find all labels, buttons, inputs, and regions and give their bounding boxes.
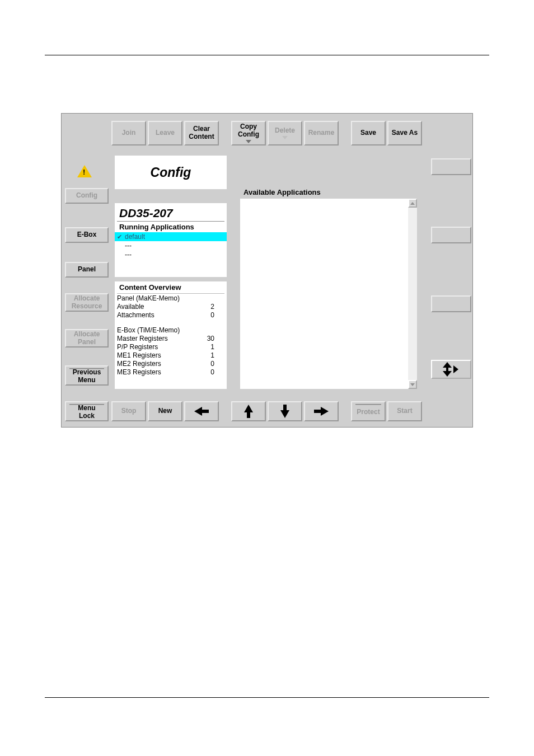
arrow-left-button[interactable] xyxy=(184,401,219,421)
arrow-right-button[interactable] xyxy=(304,401,339,421)
two-headed-arrow-icon xyxy=(444,362,450,377)
screenshot-panel: Join Leave ClearContent CopyConfig Delet… xyxy=(61,113,473,428)
check-icon: ✔ xyxy=(117,233,122,241)
protect-button[interactable]: Protect xyxy=(351,401,386,421)
accent-line xyxy=(355,404,381,405)
table-row: ME3 Registers0 xyxy=(115,368,227,376)
content-panel-line: Panel (MaKE-Memo) xyxy=(115,294,227,302)
start-button[interactable]: Start xyxy=(387,401,422,421)
stop-button[interactable]: Stop xyxy=(111,401,146,421)
config-button[interactable]: Config xyxy=(65,188,109,204)
previous-menu-button[interactable]: PreviousMenu xyxy=(65,365,109,386)
triangle-right-icon xyxy=(453,365,458,373)
page-bottom-rule xyxy=(45,697,489,698)
table-row: Master Registers30 xyxy=(115,334,227,342)
scroll-up-button[interactable] xyxy=(408,199,417,208)
allocate-panel-button[interactable]: AllocatePanel xyxy=(65,329,109,348)
list-item[interactable]: --- xyxy=(115,241,227,250)
panel-button[interactable]: Panel xyxy=(65,262,109,278)
scroll-nav-button[interactable] xyxy=(431,360,471,379)
save-as-button[interactable]: Save As xyxy=(387,121,422,145)
join-button[interactable]: Join xyxy=(111,121,146,145)
running-apps-list[interactable]: ✔ default --- --- xyxy=(115,232,227,259)
right-stub-2[interactable] xyxy=(431,227,471,243)
content-overview-header: Content Overview xyxy=(117,281,224,294)
page-top-rule xyxy=(45,55,489,55)
table-row: ME1 Registers1 xyxy=(115,351,227,359)
ebox-button[interactable]: E-Box xyxy=(65,227,109,243)
accent-line xyxy=(69,404,104,405)
copy-config-button[interactable]: CopyConfig xyxy=(231,121,266,145)
arrow-down-icon xyxy=(280,410,289,418)
list-item[interactable]: ✔ default xyxy=(115,232,227,241)
list-item[interactable]: --- xyxy=(115,250,227,259)
new-button[interactable]: New xyxy=(148,401,182,421)
delete-button[interactable]: Delete xyxy=(268,121,302,145)
allocate-resource-button[interactable]: AllocateResource xyxy=(65,293,109,312)
available-apps-list[interactable] xyxy=(240,199,417,389)
arrow-up-button[interactable] xyxy=(231,401,266,421)
arrow-up-icon xyxy=(244,405,253,412)
device-title: DD35-207 xyxy=(115,203,227,221)
table-row: ME2 Registers0 xyxy=(115,359,227,368)
chevron-down-icon xyxy=(246,140,251,143)
save-button[interactable]: Save xyxy=(351,121,386,145)
scrollbar[interactable] xyxy=(408,199,417,389)
running-apps-panel: DD35-207 Running Applications ✔ default … xyxy=(115,203,227,277)
clear-content-button[interactable]: ClearContent xyxy=(184,121,219,145)
leave-button[interactable]: Leave xyxy=(148,121,182,145)
right-stub-3[interactable] xyxy=(431,295,471,312)
arrow-right-icon xyxy=(321,407,329,416)
scroll-track[interactable] xyxy=(408,208,417,380)
menu-lock-button[interactable]: MenuLock xyxy=(65,401,109,421)
table-row: Attachments0 xyxy=(115,311,227,319)
config-title-panel: Config xyxy=(115,156,227,189)
table-row: Available2 xyxy=(115,302,227,311)
running-apps-header: Running Applications xyxy=(117,221,224,232)
arrow-down-button[interactable] xyxy=(268,401,302,421)
content-overview-panel: Content Overview Panel (MaKE-Memo) Avail… xyxy=(115,281,227,389)
warning-icon xyxy=(77,165,92,177)
right-stub-1[interactable] xyxy=(431,158,471,175)
content-ebox-line: E-Box (TiM/E-Memo) xyxy=(115,326,227,334)
arrow-left-icon xyxy=(194,407,202,416)
chevron-down-icon xyxy=(282,136,288,139)
accent-line xyxy=(69,368,104,369)
available-apps-header: Available Applications xyxy=(243,188,321,196)
scroll-down-button[interactable] xyxy=(408,380,417,389)
config-title: Config xyxy=(151,165,191,180)
rename-button[interactable]: Rename xyxy=(304,121,339,145)
table-row: P/P Registers1 xyxy=(115,342,227,351)
